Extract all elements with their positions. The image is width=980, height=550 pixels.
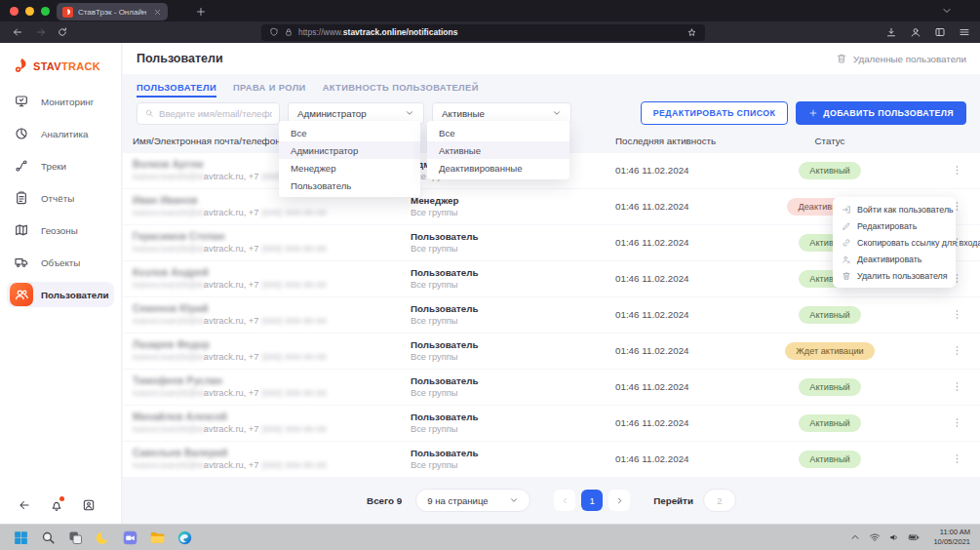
clock[interactable]: 11:00 AM 10/05/2021 [933,528,970,547]
status-badge: Ждет активации [785,342,874,360]
user-role: Пользователь [411,266,615,279]
volume-icon[interactable] [888,531,900,543]
night-app-icon[interactable] [95,530,111,546]
win-start-icon[interactable] [13,530,29,546]
menu-icon[interactable] [959,26,970,38]
sidebar-item-users[interactable]: Пользователи [7,282,114,307]
user-name: Михайлов Алексей [133,411,411,423]
deleted-users-link[interactable]: Удаленные пользователи [836,53,966,64]
row-menu-button[interactable] [951,308,963,321]
edit-list-button[interactable]: РЕДАКТИРОВАТЬ СПИСОК [641,101,789,125]
system-tray: 11:00 AM 10/05/2021 [849,528,970,547]
reload-icon[interactable] [57,26,68,38]
context-menu-item[interactable]: Удалить пользователя [833,267,956,284]
forward-icon[interactable] [35,26,47,38]
row-menu-button[interactable] [951,380,963,393]
window-zoom-button[interactable] [41,7,50,16]
clock-date: 10/05/2021 [933,537,970,547]
sidebar-panel-icon[interactable] [934,26,946,38]
dropdown-option[interactable]: Деактивированные [427,159,569,177]
tab-rights[interactable]: ПРАВА И РОЛИ [233,83,306,98]
row-menu-button[interactable] [951,416,963,429]
current-page[interactable]: 1 [581,490,603,511]
reports-icon [10,186,33,210]
url-bar[interactable]: https://www.stavtrack.online/notificatio… [261,24,705,41]
sidebar-item-tracks[interactable]: Треки [7,153,114,178]
sidebar-item-analytics[interactable]: Аналитика [7,121,114,146]
page-title: Пользователи [137,52,223,65]
sidebar-footer [18,498,96,512]
context-menu-item[interactable]: Редактировать [833,217,956,234]
dropdown-option[interactable]: Менеджер [279,159,420,177]
window-close-button[interactable] [10,7,19,16]
sidebar-item-geozones[interactable]: Геозоны [7,217,114,243]
user-group: Все группы [411,423,615,436]
tab-close-icon[interactable] [153,8,162,17]
chevron-up-small-icon[interactable] [849,531,861,543]
trash-icon [836,53,847,64]
edge-browser-icon[interactable] [176,530,193,546]
dropdown-option[interactable]: Администратор [279,141,420,159]
battery-icon[interactable] [908,531,920,543]
objects-icon [10,251,33,274]
last-activity: 01:46 11.02.2024 [615,237,771,248]
new-tab-button[interactable] [193,4,209,20]
search-input[interactable] [159,108,272,119]
last-activity: 01:46 11.02.2024 [615,309,771,320]
chat-app-icon[interactable] [122,530,138,546]
tab-overflow-chevron-icon[interactable] [941,5,953,17]
sidebar-item-label: Отчёты [41,193,74,204]
sidebar-footer-button[interactable] [18,498,31,512]
main-content: Пользователи Удаленные пользователи ПОЛЬ… [123,43,980,524]
sidebar-footer-button[interactable] [82,498,96,512]
download-icon[interactable] [885,26,897,38]
table-row: Семенов Юрий ivanov.ivan26@stavtrack.ru,… [123,297,980,333]
context-menu-item[interactable]: Войти как пользователь [833,201,956,217]
dropdown-option[interactable]: Все [279,124,420,141]
tab-activity[interactable]: АКТИВНОСТЬ ПОЛЬЗОВАТЕЛЕЙ [323,83,479,98]
tab-users[interactable]: ПОЛЬЗОВАТЕЛИ [137,83,216,98]
context-menu-item-label: Скопировать ссылку для входа [857,238,980,248]
per-page-select[interactable]: 9 на странице [415,489,530,512]
last-activity: 01:46 11.02.2024 [615,201,771,212]
row-menu-button[interactable] [951,164,963,177]
wifi-icon[interactable] [869,531,881,543]
user-role: Пользователь [411,338,615,351]
pagination: Всего 9 9 на странице 1 Перейти [123,478,980,523]
browser-chrome: СтавТрэк - Онлайн мониторин https://www.… [0,0,980,43]
back-icon[interactable] [12,26,23,38]
sidebar-item-objects[interactable]: Объекты [7,250,114,275]
last-activity: 01:46 11.02.2024 [615,417,771,428]
file-explorer-icon[interactable] [149,530,166,546]
page-header: Пользователи Удаленные пользователи [123,43,980,74]
sidebar-item-label: Аналитика [41,129,89,139]
row-menu-button[interactable] [951,452,963,465]
dropdown-option[interactable]: Активные [427,141,569,159]
dropdown-option[interactable]: Все [427,124,569,141]
window-minimize-button[interactable] [25,7,34,16]
bookmark-star-icon[interactable] [686,27,697,38]
add-user-button[interactable]: ДОБАВИТЬ ПОЛЬЗОВАТЕЛЯ [796,101,966,125]
status-badge: Активный [799,162,860,179]
table-row: Савельев Валерий ivanov.ivan26@stavtrack… [123,442,980,477]
sidebar-item-reports[interactable]: Отчёты [7,185,114,211]
row-menu-button[interactable] [951,344,963,357]
next-page-button[interactable] [608,490,630,511]
win-search-icon[interactable] [40,530,57,546]
sidebar-footer-button[interactable] [50,498,63,512]
tab-title: СтавТрэк - Онлайн мониторин [78,8,148,17]
prev-page-button[interactable] [554,490,575,511]
context-menu-item[interactable]: Скопировать ссылку для входа [833,234,956,251]
account-icon[interactable] [910,26,921,38]
app-logo[interactable]: STAVTRACK [0,43,121,75]
user-contact: ivanov.ivan26@stavtrack.ru, +7 (999) 999… [133,351,411,363]
chevron-down-icon [509,495,519,505]
shield-icon[interactable] [269,27,279,37]
search-icon [144,108,154,118]
browser-tab[interactable]: СтавТрэк - Онлайн мониторин [57,3,168,20]
context-menu-item[interactable]: Деактивировать [833,251,956,267]
task-view-icon[interactable] [67,530,84,546]
goto-page-input[interactable] [703,489,736,512]
sidebar-item-monitoring[interactable]: Мониторинг [7,89,114,114]
dropdown-option[interactable]: Пользователь [279,177,420,194]
